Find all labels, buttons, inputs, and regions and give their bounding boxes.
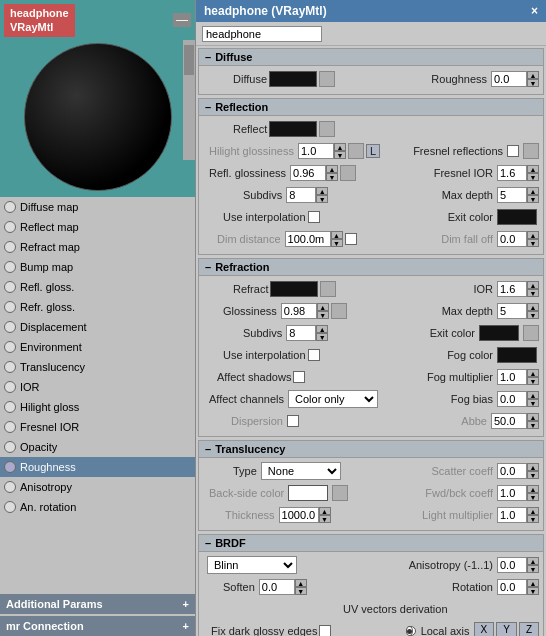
thickness-input[interactable] — [279, 507, 319, 523]
hilight-gloss-up-btn[interactable]: ▲ — [334, 143, 346, 151]
list-item-an-rotation[interactable]: An. rotation — [0, 497, 195, 517]
refl-gloss-up[interactable]: ▲ — [326, 165, 338, 173]
local-axis-radio[interactable] — [406, 626, 416, 636]
fog-mult-input[interactable] — [497, 369, 527, 385]
list-item-ior[interactable]: IOR — [0, 377, 195, 397]
refract-map-btn[interactable] — [320, 281, 336, 297]
soften-down[interactable]: ▼ — [295, 587, 307, 595]
anisotropy-up[interactable]: ▲ — [527, 557, 539, 565]
roughness-input[interactable] — [491, 71, 527, 87]
fwd-bck-up[interactable]: ▲ — [527, 485, 539, 493]
rotation-input[interactable] — [497, 579, 527, 595]
refr-use-interp-checkbox[interactable] — [308, 349, 320, 361]
fog-bias-down[interactable]: ▼ — [527, 399, 539, 407]
fwd-bck-input[interactable] — [497, 485, 527, 501]
roughness-up-btn[interactable]: ▲ — [527, 71, 539, 79]
list-item-opacity[interactable]: Opacity — [0, 437, 195, 457]
scatter-coeff-up[interactable]: ▲ — [527, 463, 539, 471]
collapse-icon[interactable]: – — [205, 443, 211, 455]
fresnel-ior-input[interactable] — [497, 165, 527, 181]
use-interp-checkbox[interactable] — [308, 211, 320, 223]
soften-input[interactable] — [259, 579, 295, 595]
list-item-roughness[interactable]: Roughness — [0, 457, 195, 477]
refr-subdivs-up[interactable]: ▲ — [316, 325, 328, 333]
refl-gloss-map-btn[interactable] — [340, 165, 356, 181]
dim-dist-checkbox[interactable] — [345, 233, 357, 245]
dispersion-checkbox[interactable] — [287, 415, 299, 427]
dim-distance-input[interactable] — [285, 231, 331, 247]
list-item-translucency[interactable]: Translucency — [0, 357, 195, 377]
brdf-type-select[interactable]: Blinn — [207, 556, 297, 574]
exit-color-refr-swatch[interactable] — [479, 325, 519, 341]
ior-down[interactable]: ▼ — [527, 289, 539, 297]
gloss-down[interactable]: ▼ — [317, 311, 329, 319]
list-item-refr-gloss[interactable]: Refr. gloss. — [0, 297, 195, 317]
list-item-refract-map[interactable]: Refract map — [0, 237, 195, 257]
exit-color-swatch[interactable] — [497, 209, 537, 225]
collapse-icon[interactable]: – — [205, 537, 211, 549]
max-depth-input[interactable] — [497, 187, 527, 203]
fresnel-ior-down[interactable]: ▼ — [527, 173, 539, 181]
fix-dark-checkbox[interactable] — [319, 625, 331, 636]
fresnel-ior-up[interactable]: ▲ — [527, 165, 539, 173]
refr-subdivs-input[interactable] — [286, 325, 316, 341]
max-depth-up[interactable]: ▲ — [527, 187, 539, 195]
hilight-gloss-input[interactable] — [298, 143, 334, 159]
reflect-map-btn[interactable] — [319, 121, 335, 137]
list-item-displacement[interactable]: Displacement — [0, 317, 195, 337]
x-btn[interactable]: X — [474, 622, 495, 636]
collapse-icon[interactable]: – — [205, 261, 211, 273]
subdivs-down[interactable]: ▼ — [316, 195, 328, 203]
preview-scrollbar[interactable] — [183, 40, 195, 160]
anisotropy-input[interactable] — [497, 557, 527, 573]
fwd-bck-down[interactable]: ▼ — [527, 493, 539, 501]
diffuse-map-btn[interactable] — [319, 71, 335, 87]
rotation-up[interactable]: ▲ — [527, 579, 539, 587]
gloss-map-btn[interactable] — [331, 303, 347, 319]
scatter-coeff-down[interactable]: ▼ — [527, 471, 539, 479]
thickness-up[interactable]: ▲ — [319, 507, 331, 515]
scatter-coeff-input[interactable] — [497, 463, 527, 479]
dim-falloff-down[interactable]: ▼ — [527, 239, 539, 247]
list-item-anisotropy[interactable]: Anisotropy — [0, 477, 195, 497]
fresnel-map-btn[interactable] — [523, 143, 539, 159]
subdivs-input[interactable] — [286, 187, 316, 203]
list-item-reflect-map[interactable]: Reflect map — [0, 217, 195, 237]
local-axis-radio-btn[interactable] — [406, 626, 413, 636]
material-name-input[interactable] — [202, 26, 322, 42]
fog-color-swatch[interactable] — [497, 347, 537, 363]
list-item-refl-gloss[interactable]: Refl. gloss. — [0, 277, 195, 297]
ior-up[interactable]: ▲ — [527, 281, 539, 289]
scroll-thumb[interactable] — [184, 45, 194, 75]
fog-bias-up[interactable]: ▲ — [527, 391, 539, 399]
z-btn[interactable]: Z — [519, 622, 539, 636]
fog-mult-down[interactable]: ▼ — [527, 377, 539, 385]
anisotropy-down[interactable]: ▼ — [527, 565, 539, 573]
list-item-hilight-gloss[interactable]: Hilight gloss — [0, 397, 195, 417]
soften-up[interactable]: ▲ — [295, 579, 307, 587]
dim-dist-down[interactable]: ▼ — [331, 239, 343, 247]
collapse-icon[interactable]: – — [205, 51, 211, 63]
dim-dist-up[interactable]: ▲ — [331, 231, 343, 239]
list-item-fresnel-ior[interactable]: Fresnel IOR — [0, 417, 195, 437]
light-mult-up[interactable]: ▲ — [527, 507, 539, 515]
refr-subdivs-down[interactable]: ▼ — [316, 333, 328, 341]
gloss-input[interactable] — [281, 303, 317, 319]
back-side-swatch[interactable] — [288, 485, 328, 501]
dim-falloff-input[interactable] — [497, 231, 527, 247]
refr-max-depth-input[interactable] — [497, 303, 527, 319]
material-close-btn[interactable]: — — [173, 13, 191, 27]
list-item-diffuse-map[interactable]: Diffuse map — [0, 197, 195, 217]
light-mult-down[interactable]: ▼ — [527, 515, 539, 523]
fog-bias-input[interactable] — [497, 391, 527, 407]
hilight-gloss-down-btn[interactable]: ▼ — [334, 151, 346, 159]
y-btn[interactable]: Y — [496, 622, 517, 636]
rotation-down[interactable]: ▼ — [527, 587, 539, 595]
collapse-icon[interactable]: – — [205, 101, 211, 113]
additional-params-btn[interactable]: Additional Params + — [0, 594, 195, 614]
abbe-down[interactable]: ▼ — [527, 421, 539, 429]
close-icon[interactable]: × — [531, 4, 538, 18]
refr-max-depth-up[interactable]: ▲ — [527, 303, 539, 311]
refl-gloss-input[interactable] — [290, 165, 326, 181]
reflect-color-swatch[interactable] — [269, 121, 317, 137]
